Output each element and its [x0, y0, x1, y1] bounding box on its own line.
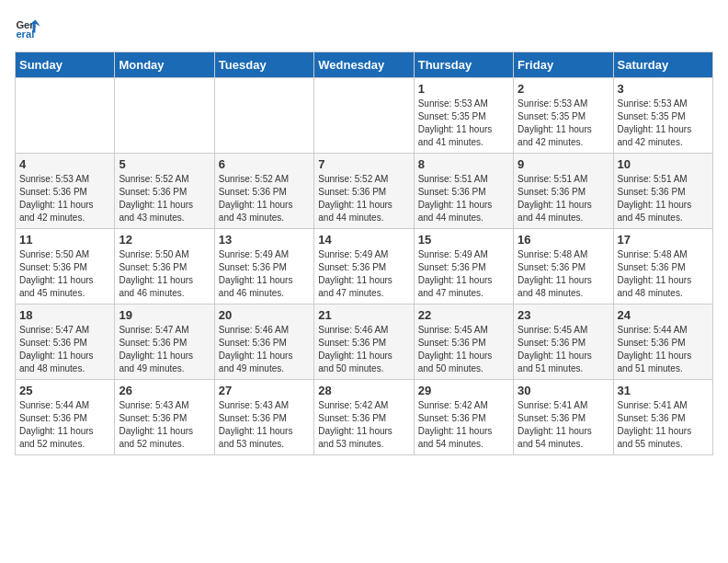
day-number: 12 [119, 233, 210, 247]
day-info: Sunrise: 5:51 AM Sunset: 5:36 PM Dayligh… [618, 173, 709, 224]
day-number: 1 [418, 82, 509, 96]
day-number: 3 [618, 82, 709, 96]
day-info: Sunrise: 5:46 AM Sunset: 5:36 PM Dayligh… [318, 324, 409, 375]
day-number: 28 [318, 384, 409, 397]
calendar-cell [115, 78, 214, 154]
day-info: Sunrise: 5:49 AM Sunset: 5:36 PM Dayligh… [219, 248, 310, 300]
day-info: Sunrise: 5:52 AM Sunset: 5:36 PM Dayligh… [119, 173, 210, 224]
calendar-cell: 11Sunrise: 5:50 AM Sunset: 5:36 PM Dayli… [16, 229, 115, 304]
calendar-cell: 7Sunrise: 5:52 AM Sunset: 5:36 PM Daylig… [314, 154, 414, 229]
calendar-header-row: SundayMondayTuesdayWednesdayThursdayFrid… [16, 52, 713, 78]
day-number: 7 [318, 157, 409, 171]
day-info: Sunrise: 5:53 AM Sunset: 5:35 PM Dayligh… [518, 98, 609, 149]
calendar-cell: 1Sunrise: 5:53 AM Sunset: 5:35 PM Daylig… [414, 78, 513, 154]
day-info: Sunrise: 5:53 AM Sunset: 5:35 PM Dayligh… [418, 98, 509, 149]
day-number: 15 [418, 233, 509, 247]
day-info: Sunrise: 5:53 AM Sunset: 5:35 PM Dayligh… [618, 98, 709, 149]
day-number: 26 [119, 384, 210, 397]
day-number: 5 [119, 157, 210, 171]
calendar-week-2: 4Sunrise: 5:53 AM Sunset: 5:36 PM Daylig… [16, 154, 713, 229]
calendar-cell: 5Sunrise: 5:52 AM Sunset: 5:36 PM Daylig… [115, 154, 214, 229]
day-info: Sunrise: 5:49 AM Sunset: 5:36 PM Dayligh… [318, 248, 409, 300]
calendar-cell [214, 78, 313, 154]
calendar-cell: 17Sunrise: 5:48 AM Sunset: 5:36 PM Dayli… [613, 229, 712, 304]
day-number: 14 [318, 233, 409, 247]
day-number: 22 [418, 308, 509, 322]
header-wednesday: Wednesday [314, 52, 414, 78]
calendar-week-5: 25Sunrise: 5:44 AM Sunset: 5:36 PM Dayli… [16, 380, 713, 455]
calendar-cell: 9Sunrise: 5:51 AM Sunset: 5:36 PM Daylig… [514, 154, 613, 229]
day-info: Sunrise: 5:50 AM Sunset: 5:36 PM Dayligh… [19, 248, 110, 300]
day-info: Sunrise: 5:43 AM Sunset: 5:36 PM Dayligh… [119, 399, 210, 451]
calendar-week-1: 1Sunrise: 5:53 AM Sunset: 5:35 PM Daylig… [16, 78, 713, 154]
calendar-cell [16, 78, 115, 154]
calendar-cell: 15Sunrise: 5:49 AM Sunset: 5:36 PM Dayli… [414, 229, 513, 304]
calendar-cell: 28Sunrise: 5:42 AM Sunset: 5:36 PM Dayli… [314, 380, 414, 455]
calendar-cell: 26Sunrise: 5:43 AM Sunset: 5:36 PM Dayli… [115, 380, 214, 455]
day-number: 29 [418, 384, 509, 397]
calendar-cell: 24Sunrise: 5:44 AM Sunset: 5:36 PM Dayli… [613, 304, 712, 380]
calendar-cell: 10Sunrise: 5:51 AM Sunset: 5:36 PM Dayli… [613, 154, 712, 229]
day-info: Sunrise: 5:51 AM Sunset: 5:36 PM Dayligh… [418, 173, 509, 224]
day-info: Sunrise: 5:42 AM Sunset: 5:36 PM Dayligh… [418, 399, 509, 451]
day-number: 19 [119, 308, 210, 322]
day-number: 6 [219, 157, 310, 171]
calendar-cell: 3Sunrise: 5:53 AM Sunset: 5:35 PM Daylig… [613, 78, 712, 154]
calendar-week-4: 18Sunrise: 5:47 AM Sunset: 5:36 PM Dayli… [16, 304, 713, 380]
day-info: Sunrise: 5:41 AM Sunset: 5:36 PM Dayligh… [618, 399, 709, 451]
day-info: Sunrise: 5:49 AM Sunset: 5:36 PM Dayligh… [418, 248, 509, 300]
day-number: 17 [618, 233, 709, 247]
calendar-cell: 16Sunrise: 5:48 AM Sunset: 5:36 PM Dayli… [514, 229, 613, 304]
day-info: Sunrise: 5:52 AM Sunset: 5:36 PM Dayligh… [219, 173, 310, 224]
calendar-cell: 21Sunrise: 5:46 AM Sunset: 5:36 PM Dayli… [314, 304, 414, 380]
day-info: Sunrise: 5:47 AM Sunset: 5:36 PM Dayligh… [19, 324, 110, 375]
calendar-cell: 19Sunrise: 5:47 AM Sunset: 5:36 PM Dayli… [115, 304, 214, 380]
day-info: Sunrise: 5:41 AM Sunset: 5:36 PM Dayligh… [518, 399, 609, 451]
calendar-cell: 18Sunrise: 5:47 AM Sunset: 5:36 PM Dayli… [16, 304, 115, 380]
logo-icon: Gen eral [15, 15, 40, 40]
calendar-cell [314, 78, 414, 154]
header-friday: Friday [514, 52, 613, 78]
header-monday: Monday [115, 52, 214, 78]
day-number: 16 [518, 233, 609, 247]
calendar-cell: 14Sunrise: 5:49 AM Sunset: 5:36 PM Dayli… [314, 229, 414, 304]
calendar-cell: 12Sunrise: 5:50 AM Sunset: 5:36 PM Dayli… [115, 229, 214, 304]
day-number: 18 [19, 308, 110, 322]
day-info: Sunrise: 5:47 AM Sunset: 5:36 PM Dayligh… [119, 324, 210, 375]
calendar-cell: 4Sunrise: 5:53 AM Sunset: 5:36 PM Daylig… [16, 154, 115, 229]
header: Gen eral [15, 15, 713, 40]
day-info: Sunrise: 5:45 AM Sunset: 5:36 PM Dayligh… [518, 324, 609, 375]
day-info: Sunrise: 5:53 AM Sunset: 5:36 PM Dayligh… [19, 173, 110, 224]
svg-text:eral: eral [16, 29, 34, 40]
calendar-week-3: 11Sunrise: 5:50 AM Sunset: 5:36 PM Dayli… [16, 229, 713, 304]
day-number: 23 [518, 308, 609, 322]
day-info: Sunrise: 5:50 AM Sunset: 5:36 PM Dayligh… [119, 248, 210, 300]
header-thursday: Thursday [414, 52, 513, 78]
day-info: Sunrise: 5:52 AM Sunset: 5:36 PM Dayligh… [318, 173, 409, 224]
day-number: 13 [219, 233, 310, 247]
calendar-cell: 13Sunrise: 5:49 AM Sunset: 5:36 PM Dayli… [214, 229, 313, 304]
day-number: 30 [518, 384, 609, 397]
day-info: Sunrise: 5:51 AM Sunset: 5:36 PM Dayligh… [518, 173, 609, 224]
calendar-cell: 29Sunrise: 5:42 AM Sunset: 5:36 PM Dayli… [414, 380, 513, 455]
day-info: Sunrise: 5:46 AM Sunset: 5:36 PM Dayligh… [219, 324, 310, 375]
day-number: 2 [518, 82, 609, 96]
day-number: 21 [318, 308, 409, 322]
day-number: 8 [418, 157, 509, 171]
day-number: 11 [19, 233, 110, 247]
calendar-cell: 2Sunrise: 5:53 AM Sunset: 5:35 PM Daylig… [514, 78, 613, 154]
calendar-cell: 6Sunrise: 5:52 AM Sunset: 5:36 PM Daylig… [214, 154, 313, 229]
day-number: 9 [518, 157, 609, 171]
header-sunday: Sunday [16, 52, 115, 78]
day-info: Sunrise: 5:43 AM Sunset: 5:36 PM Dayligh… [219, 399, 310, 451]
day-info: Sunrise: 5:42 AM Sunset: 5:36 PM Dayligh… [318, 399, 409, 451]
day-info: Sunrise: 5:48 AM Sunset: 5:36 PM Dayligh… [618, 248, 709, 300]
day-info: Sunrise: 5:44 AM Sunset: 5:36 PM Dayligh… [19, 399, 110, 451]
calendar-cell: 20Sunrise: 5:46 AM Sunset: 5:36 PM Dayli… [214, 304, 313, 380]
day-number: 20 [219, 308, 310, 322]
day-number: 10 [618, 157, 709, 171]
calendar-table: SundayMondayTuesdayWednesdayThursdayFrid… [15, 52, 713, 455]
day-number: 4 [19, 157, 110, 171]
calendar-cell: 31Sunrise: 5:41 AM Sunset: 5:36 PM Dayli… [613, 380, 712, 455]
day-info: Sunrise: 5:48 AM Sunset: 5:36 PM Dayligh… [518, 248, 609, 300]
